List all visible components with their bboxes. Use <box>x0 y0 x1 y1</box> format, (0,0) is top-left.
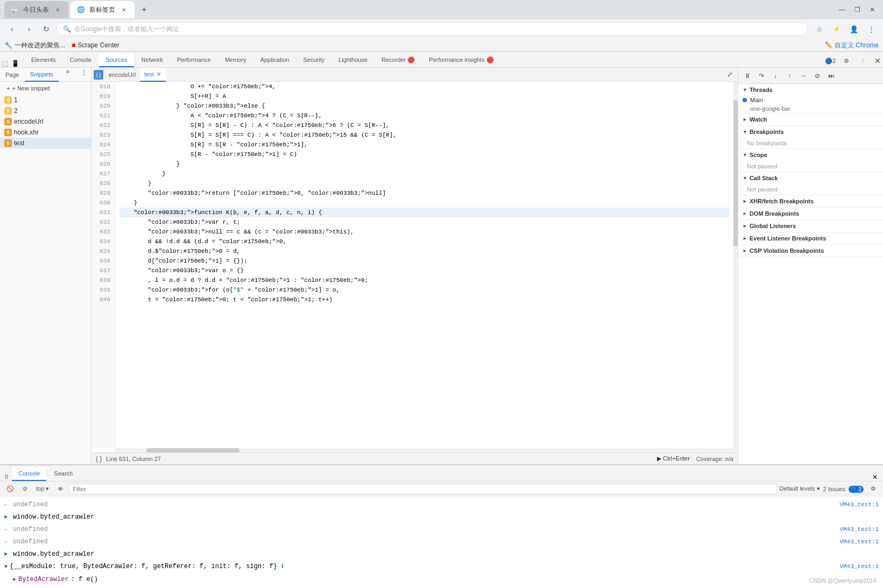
element-picker-icon[interactable]: ⬚ <box>2 60 8 67</box>
browser-tab-2[interactable]: 🌐 新标签页 ✕ <box>70 1 135 18</box>
settings-button[interactable]: ⚙ <box>840 54 853 67</box>
file-item-encodeurl[interactable]: S encodeUrl <box>0 116 91 127</box>
code-editor[interactable]: 6186196206216226236246256266276286296306… <box>91 82 738 448</box>
run-shortcut[interactable]: ▶ Ctrl+Enter <box>657 455 690 462</box>
line-number: 636 <box>96 256 110 266</box>
horizontal-scrollbar[interactable] <box>115 448 738 452</box>
tab-memory[interactable]: Memory <box>218 53 253 67</box>
more-options-button[interactable]: ⋮ <box>856 54 869 67</box>
console-filter-button[interactable]: ⊘ <box>19 484 31 493</box>
step-into-button[interactable]: ↓ <box>769 70 781 82</box>
tab1-close[interactable]: ✕ <box>53 5 62 14</box>
filter-input[interactable] <box>69 484 777 494</box>
csp-header[interactable]: ► CSP Violation Breakpoints <box>738 245 883 257</box>
console-close-button[interactable]: ✕ <box>869 473 881 481</box>
tab-security[interactable]: Security <box>296 53 331 67</box>
new-tab-button[interactable]: + <box>137 2 152 17</box>
dont-pause-button[interactable]: ⏭ <box>825 70 837 82</box>
default-levels-button[interactable]: Default levels ▾ <box>779 485 820 492</box>
tab-application[interactable]: Application <box>254 53 296 67</box>
expand-arrow-6[interactable]: ▼ <box>4 562 8 572</box>
extensions-icon[interactable]: ⚡ <box>829 22 844 37</box>
customize-chrome[interactable]: ✏️ 自定义 Chrome <box>825 41 879 50</box>
issues-button[interactable]: 🔵 2 <box>824 54 837 67</box>
reload-button[interactable]: ↻ <box>39 22 54 37</box>
step-out-button[interactable]: ↑ <box>783 70 795 82</box>
code-line: d["color:#1750eb;">1] = {}); <box>119 256 729 266</box>
device-toggle-icon[interactable]: 📱 <box>11 60 19 67</box>
callstack-header[interactable]: ▼ Call Stack <box>738 172 883 184</box>
context-selector[interactable]: top ▾ <box>33 484 52 493</box>
line-number: 630 <box>96 198 110 208</box>
file-item-hookxhr[interactable]: S hook.xhr <box>0 127 91 138</box>
deactivate-button[interactable]: ⊘ <box>811 70 823 82</box>
issues-badge[interactable]: 2 Issues: 🔵 2 <box>823 486 864 492</box>
code-line: d && !d.d && (d.d = "color:#1750eb;">0, <box>119 237 729 246</box>
step-over-button[interactable]: ↷ <box>755 70 767 82</box>
pause-button[interactable]: ⏸ <box>741 70 753 82</box>
customize-label[interactable]: ✏️ 自定义 Chrome <box>825 41 879 49</box>
minimize-button[interactable]: — <box>836 3 849 16</box>
bookmark-2[interactable]: ■ Scrape Center <box>72 41 119 49</box>
console-link-4[interactable]: VM43_test:1 <box>839 537 879 547</box>
code-line: O += "color:#1750eb;">4, <box>119 82 729 91</box>
tab-lighthouse[interactable]: Lighthouse <box>332 53 374 67</box>
watch-header[interactable]: ► Watch <box>738 114 883 125</box>
close-button[interactable]: ✕ <box>866 3 879 16</box>
bookmark-icon[interactable]: ☆ <box>812 22 827 37</box>
code-content[interactable]: O += "color:#1750eb;">4, S[++R] = A } "c… <box>115 82 733 448</box>
editor-tab-test[interactable]: test ✕ <box>140 68 166 82</box>
bookmark-1[interactable]: 🔧 一种改进的聚焦... <box>4 41 65 50</box>
console-link-6[interactable]: VM43_test:1 <box>839 562 879 571</box>
editor-tab-test-close[interactable]: ✕ <box>156 70 161 78</box>
sidebar-tab-snippets[interactable]: Snippets <box>25 68 59 82</box>
tab-network[interactable]: Network <box>135 53 169 67</box>
restore-button[interactable]: ❐ <box>851 3 864 16</box>
step-button[interactable]: → <box>797 70 809 82</box>
editor-tab-encodeurl[interactable]: encodeUrl <box>104 68 140 82</box>
console-link-3[interactable]: VM43_test:1 <box>839 525 879 534</box>
dom-breakpoints-header[interactable]: ► DOM Breakpoints <box>738 208 883 219</box>
clear-console-button[interactable]: 🚫 <box>3 484 17 493</box>
profile-icon[interactable]: 👤 <box>846 22 861 37</box>
expand-arrow-7[interactable]: ► <box>13 575 16 585</box>
eye-icon-button[interactable]: 👁 <box>54 485 67 493</box>
menu-icon[interactable]: ⋮ <box>864 22 879 37</box>
address-bar[interactable]: 🔍 在Google中搜索，或者输入一个网址 <box>56 22 808 36</box>
file-item-2[interactable]: S 2 <box>0 105 91 116</box>
browser-tab-1[interactable]: 📰 今日头条 ✕ <box>4 1 68 18</box>
breakpoints-header[interactable]: ▼ Breakpoints <box>738 126 883 138</box>
sidebar-menu-button[interactable]: ⋮ <box>77 68 91 81</box>
nav-icons: ☆ ⚡ 👤 ⋮ <box>812 22 879 37</box>
console-drag-handle[interactable]: ⠿ <box>2 474 11 481</box>
scrollbar-thumb[interactable] <box>733 100 738 246</box>
tab-console[interactable]: Console <box>63 53 98 67</box>
sidebar-more-button[interactable]: » <box>62 68 73 81</box>
tab-performance[interactable]: Performance <box>171 53 217 67</box>
sidebar-tab-page[interactable]: Page <box>0 68 25 82</box>
console-settings-button[interactable]: ⚙ <box>867 483 880 495</box>
tab-perf-insights[interactable]: Performance insights 🔴 <box>422 53 500 67</box>
console-link-1[interactable]: VM43_test:1 <box>839 500 879 509</box>
new-snippet-button[interactable]: + + New snippet <box>4 84 87 93</box>
threads-header[interactable]: ▼ Threads <box>738 84 883 96</box>
xhr-breakpoints-header[interactable]: ► XHR/fetch Breakpoints <box>738 195 883 207</box>
file-item-test[interactable]: S test <box>0 138 91 148</box>
expand-editor-button[interactable]: ⤢ <box>724 69 736 81</box>
scope-header[interactable]: ▼ Scope <box>738 149 883 161</box>
file-item-1[interactable]: S 1 <box>0 95 91 105</box>
tab-elements[interactable]: Elements <box>25 53 62 67</box>
h-scrollbar-thumb[interactable] <box>146 448 240 452</box>
tab-recorder[interactable]: Recorder 🔴 <box>375 53 421 67</box>
devtools-close-button[interactable]: ✕ <box>874 56 881 65</box>
event-listeners-header[interactable]: ► Event Listener Breakpoints <box>738 232 883 244</box>
console-tab-search[interactable]: Search <box>47 467 79 481</box>
issues-icon: 🔵 <box>825 58 832 65</box>
console-tab-console[interactable]: Console <box>12 467 46 481</box>
back-button[interactable]: ‹ <box>4 22 19 37</box>
forward-button[interactable]: › <box>22 22 37 37</box>
global-listeners-header[interactable]: ► Global Listeners <box>738 220 883 232</box>
tab2-close[interactable]: ✕ <box>119 5 128 14</box>
vertical-scrollbar[interactable] <box>733 82 738 448</box>
tab-sources[interactable]: Sources <box>99 53 133 67</box>
